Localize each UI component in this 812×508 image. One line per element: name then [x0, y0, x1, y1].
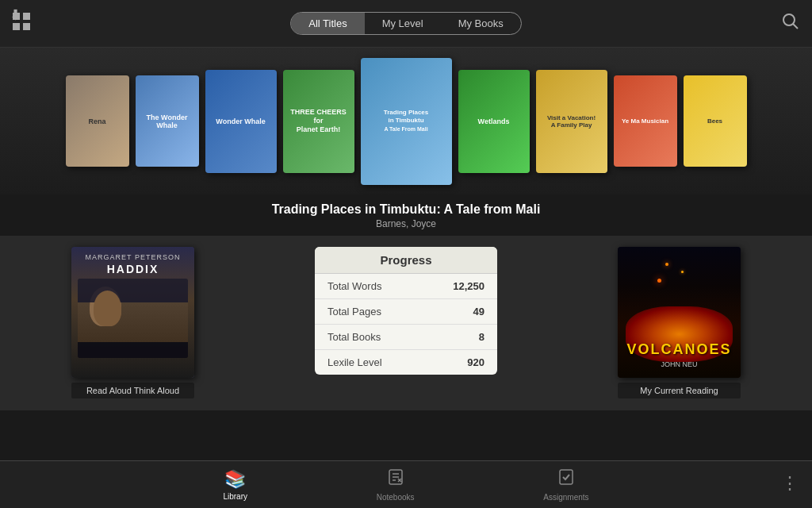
selected-book-title: Trading Places in Timbuktu: A Tale from … [0, 202, 812, 217]
haddix-face-art [78, 279, 188, 358]
book-rena[interactable]: Rena [66, 75, 129, 167]
left-book: MARGARET PETERSON HADDIX Read Aloud Thin… [71, 247, 194, 398]
top-bar: All Titles My Level My Books [0, 0, 812, 48]
progress-label-lexile: Lexile Level [327, 356, 382, 368]
volcanoes-sub: JOHN NEU [618, 360, 741, 368]
book-musician[interactable]: Ye Ma Musician [614, 75, 677, 167]
progress-value-pages: 49 [473, 306, 485, 318]
tab-my-level[interactable]: My Level [365, 13, 441, 34]
nav-label-notebooks: Notebooks [377, 493, 415, 502]
svg-point-4 [783, 14, 795, 25]
nav-item-library[interactable]: 📚 Library [223, 469, 247, 501]
assignments-icon [557, 468, 575, 491]
nav-item-notebooks[interactable]: Notebooks [377, 468, 415, 502]
volcanoes-title: VOLCANOES [618, 341, 741, 358]
notebooks-icon [387, 468, 404, 491]
filter-tabs: All Titles My Level My Books [290, 12, 522, 35]
progress-header: Progress [315, 247, 497, 274]
selected-book-author: Barnes, Joyce [0, 218, 812, 229]
progress-row-pages: Total Pages 49 [315, 299, 497, 325]
left-book-label: Read Aloud Think Aloud [71, 383, 194, 398]
book-whale[interactable]: The Wonder Whale [136, 75, 199, 167]
tab-all-titles[interactable]: All Titles [291, 13, 364, 34]
progress-label-words: Total Words [327, 280, 381, 292]
svg-line-5 [793, 24, 798, 29]
tab-my-books[interactable]: My Books [441, 13, 521, 34]
nav-label-assignments: Assignments [543, 493, 588, 502]
right-book-label: My Current Reading [618, 383, 741, 398]
book-vacation[interactable]: Visit a Vacation!A Family Play [536, 70, 607, 173]
haddix-title-text: HADDIX [78, 263, 188, 275]
volcanoes-cover[interactable]: VOLCANOES JOHN NEU [618, 247, 741, 378]
books-row: Rena The Wonder Whale Wonder Whale THREE… [66, 56, 747, 187]
main-content: MARGARET PETERSON HADDIX Read Aloud Thin… [0, 236, 812, 410]
haddix-cover[interactable]: MARGARET PETERSON HADDIX [71, 247, 194, 378]
book-cheers[interactable]: THREE CHEERSforPlanet Earth! [283, 70, 354, 173]
svg-rect-12 [560, 470, 573, 484]
progress-value-books: 8 [479, 331, 485, 343]
progress-panel: Progress Total Words 12,250 Total Pages … [315, 247, 497, 375]
progress-row-lexile: Lexile Level 920 [315, 350, 497, 375]
progress-row-words: Total Words 12,250 [315, 274, 497, 299]
search-icon[interactable] [782, 13, 799, 34]
carousel-section: Rena The Wonder Whale Wonder Whale THREE… [0, 48, 812, 194]
book-wonder[interactable]: Wonder Whale [205, 70, 277, 173]
progress-value-words: 12,250 [453, 280, 485, 292]
nav-item-assignments[interactable]: Assignments [543, 468, 588, 502]
progress-label-pages: Total Pages [327, 306, 381, 318]
book-wetlands[interactable]: Wetlands [458, 70, 530, 173]
download-icon[interactable]: ⬇ [10, 6, 21, 24]
title-section: Trading Places in Timbuktu: A Tale from … [0, 194, 812, 236]
progress-value-lexile: 920 [467, 356, 485, 368]
progress-label-books: Total Books [327, 331, 381, 343]
progress-row-books: Total Books 8 [315, 325, 497, 350]
svg-rect-3 [23, 23, 30, 30]
svg-rect-1 [23, 13, 30, 20]
book-bees[interactable]: Bees [684, 75, 747, 167]
library-icon: 📚 [224, 469, 246, 490]
nav-label-library: Library [223, 492, 247, 501]
book-trading-featured[interactable]: Trading Placesin TimbuktuA Tale From Mal… [361, 58, 452, 185]
more-dots[interactable]: ⋮ [781, 473, 799, 494]
haddix-author-text: MARGARET PETERSON [78, 253, 188, 261]
right-book: VOLCANOES JOHN NEU My Current Reading [618, 247, 741, 398]
bottom-nav: 📚 Library Notebooks Assignments ⋮ [0, 460, 812, 508]
